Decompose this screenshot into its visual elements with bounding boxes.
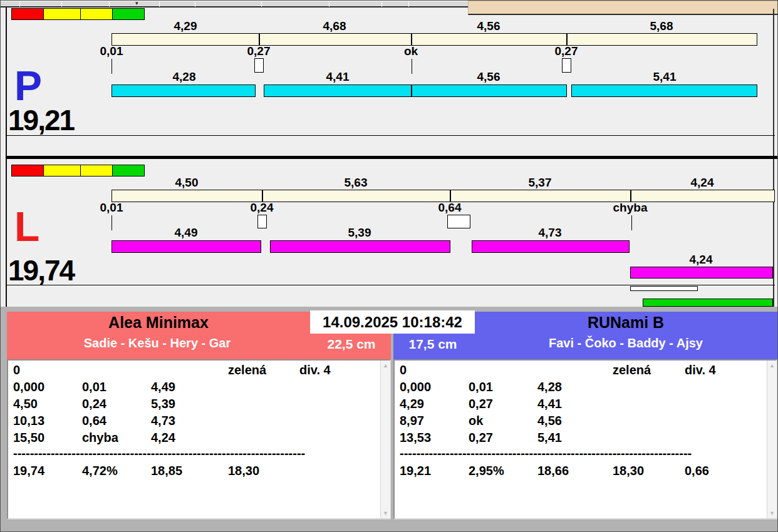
status-green-bar xyxy=(643,299,773,307)
result-cell: 4,56 xyxy=(537,414,562,427)
traffic-light-l xyxy=(11,165,145,176)
planned-splits-bar xyxy=(112,190,775,202)
changeover-checkbox xyxy=(254,58,264,73)
bar-divider xyxy=(630,190,631,202)
jump-height-label: 17,5 cm xyxy=(402,337,464,352)
run-time-label: 5,41 xyxy=(653,71,677,83)
changeover-label: 0,27 xyxy=(247,45,271,57)
result-cell: 0 xyxy=(13,363,20,377)
result-cell: 8,97 xyxy=(400,414,424,427)
traffic-light-yellow-icon xyxy=(43,165,81,176)
scrollbar[interactable]: ▲ ▼ xyxy=(380,361,390,518)
run-time-label: 4,49 xyxy=(175,227,198,238)
traffic-light-green-icon xyxy=(112,8,145,20)
traffic-light-yellow-icon xyxy=(80,165,113,176)
result-cell: div. 4 xyxy=(685,363,716,377)
split-time-label: 4,68 xyxy=(323,20,346,32)
scroll-up-icon[interactable]: ▲ xyxy=(381,362,390,369)
total-cell: 19,74 xyxy=(13,464,44,478)
total-cell: 0,66 xyxy=(685,464,709,478)
result-cell: div. 4 xyxy=(299,363,331,377)
toolbar-divider xyxy=(19,2,20,7)
results-list-right: ▲ ▼ xyxy=(393,359,777,519)
bar-divider xyxy=(259,34,260,45)
jump-height-label: 22,5 cm xyxy=(317,337,386,352)
split-time-label: 5,68 xyxy=(650,20,673,32)
toolbar-divider xyxy=(261,2,262,7)
changeover-label: ok xyxy=(404,45,418,57)
split-time-label: 4,29 xyxy=(174,20,197,32)
changeover-tick xyxy=(412,59,412,74)
result-cell: 0,27 xyxy=(469,431,493,444)
result-cell: 0,000 xyxy=(400,380,431,394)
accent-strip xyxy=(468,1,778,15)
changeover-label: 0,64 xyxy=(438,202,462,213)
traffic-light-green-icon xyxy=(112,165,145,176)
scroll-down-icon[interactable]: ▼ xyxy=(381,510,390,516)
split-time-label: 4,50 xyxy=(175,176,199,188)
toolbar-divider xyxy=(381,2,382,7)
bar-divider xyxy=(411,34,412,45)
changeover-label: chyba xyxy=(613,202,648,213)
changeover-tick xyxy=(112,215,112,230)
result-cell: 4,41 xyxy=(537,397,562,411)
result-cell: zelená xyxy=(613,363,651,377)
scroll-down-icon[interactable]: ▼ xyxy=(767,510,777,516)
changeover-label: 0,01 xyxy=(100,202,123,213)
run-bar-segment xyxy=(112,240,261,253)
bar-divider xyxy=(411,85,412,96)
run-time-label: 4,41 xyxy=(326,71,350,83)
lane-p-total: 19,21 xyxy=(8,106,74,135)
planned-splits-bar xyxy=(112,33,757,46)
toolbar-divider xyxy=(195,2,195,7)
result-cell: 0,01 xyxy=(82,380,106,394)
panel-border xyxy=(6,285,775,285)
dropdown-arrow-icon: ▾ xyxy=(135,0,138,6)
bar-divider xyxy=(566,34,568,45)
result-cell: chyba xyxy=(82,431,118,444)
result-cell: zelená xyxy=(228,363,266,377)
lane-l-total: 19,74 xyxy=(8,256,74,285)
changeover-checkbox xyxy=(257,215,267,228)
split-time-label: 5,37 xyxy=(529,176,552,188)
toolbar-divider xyxy=(109,2,110,7)
scrollbar[interactable]: ▲ ▼ xyxy=(767,361,777,518)
run-bar-segment xyxy=(112,84,256,97)
traffic-light-red-icon xyxy=(11,8,44,20)
result-cell: 5,41 xyxy=(537,431,562,444)
changeover-checkbox xyxy=(447,215,470,228)
run-bar-segment xyxy=(472,240,630,253)
run-bar-segment-offset xyxy=(630,267,773,279)
lane-l-letter: L xyxy=(14,206,39,247)
result-cell: ok xyxy=(469,414,483,427)
run-time-label: 4,56 xyxy=(477,71,501,83)
result-cell: 0,000 xyxy=(13,380,44,394)
run-time-label: 4,28 xyxy=(173,71,196,83)
result-cell: 0 xyxy=(400,363,407,377)
result-cell: 0,01 xyxy=(469,380,493,394)
toolbar-divider xyxy=(408,2,409,7)
run-bar-segment xyxy=(270,240,450,253)
result-cell: 4,73 xyxy=(151,414,175,427)
result-cell: 5,39 xyxy=(151,397,175,411)
timestamp: 14.09.2025 10:18:42 xyxy=(310,310,475,334)
toolbar-strip[interactable]: ▾ xyxy=(1,1,468,8)
result-cell: 0,27 xyxy=(469,397,493,411)
bar-divider xyxy=(450,190,451,202)
total-cell: 4,72% xyxy=(82,464,118,478)
total-cell: 18,30 xyxy=(228,464,259,478)
split-time-label: 4,56 xyxy=(477,20,501,32)
run-time-label: 4,73 xyxy=(539,227,562,238)
traffic-light-yellow-icon xyxy=(80,8,113,20)
lane-p-letter: P xyxy=(14,65,42,106)
scroll-up-icon[interactable]: ▲ xyxy=(767,362,777,369)
changeover-label: 0,01 xyxy=(100,45,123,57)
result-cell: 4,29 xyxy=(400,397,424,411)
traffic-light-yellow-icon xyxy=(43,8,81,20)
totals-separator: ----------------------------------------… xyxy=(13,446,309,460)
bar-divider xyxy=(262,190,263,202)
team-dogs: Sadie - Kešu - Hery - Gar xyxy=(19,336,295,350)
run-time-label: 5,39 xyxy=(348,227,371,238)
team-name: RUNami B xyxy=(474,314,777,332)
lane-separator xyxy=(6,156,778,159)
